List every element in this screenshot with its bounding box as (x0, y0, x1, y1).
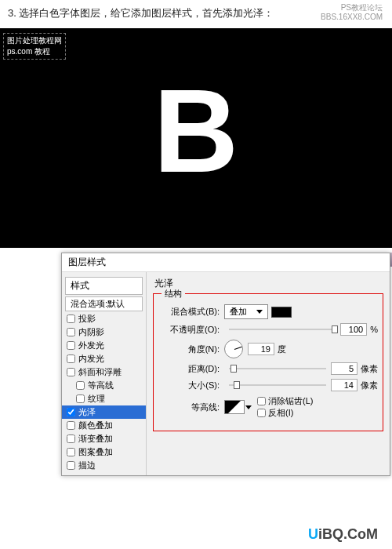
size-label: 大小(S): (158, 380, 220, 391)
satin-panel: 光泽 结构 混合模式(B): 叠加 不透明度(O): 10 (147, 272, 390, 475)
label-inner-shadow: 内阴影 (78, 326, 104, 338)
sidebar-item-texture[interactable]: 纹理 (62, 392, 146, 405)
panel-title: 光泽 (154, 277, 383, 290)
logo-u: U (308, 526, 318, 542)
sidebar-item-bevel[interactable]: 斜面和浮雕 (62, 365, 146, 379)
size-thumb[interactable] (234, 381, 240, 389)
angle-value[interactable]: 19 (248, 343, 274, 355)
angle-dial[interactable] (224, 340, 243, 358)
source-watermark-badge: 图片处理教程网 ps.com 教程 (3, 33, 66, 60)
label-gradient-overlay: 渐变叠加 (78, 433, 113, 445)
header-watermark: PS教程论坛 BBS.16XX8.COM (321, 3, 383, 22)
label-stroke: 描边 (78, 460, 96, 471)
checkbox-satin[interactable] (67, 408, 75, 416)
watermark-line2: BBS.16XX8.COM (321, 13, 383, 21)
structure-group: 结构 混合模式(B): 叠加 不透明度(O): 100 % (153, 293, 383, 431)
sidebar-header[interactable]: 样式 (65, 277, 143, 295)
distance-slider[interactable] (229, 368, 326, 369)
sidebar-item-inner-shadow[interactable]: 内阴影 (62, 325, 146, 339)
contour-picker[interactable] (224, 400, 245, 414)
invert-check-row[interactable]: 反相(I) (257, 407, 313, 419)
blend-mode-label: 混合模式(B): (158, 306, 220, 318)
group-legend: 结构 (162, 288, 185, 300)
distance-label: 距离(D): (158, 363, 220, 375)
sidebar-item-inner-glow[interactable]: 内发光 (62, 352, 146, 365)
label-outer-glow: 外发光 (78, 340, 104, 351)
angle-label: 角度(N): (158, 344, 220, 355)
opacity-unit: % (370, 325, 378, 334)
checkbox-contour[interactable] (76, 381, 85, 390)
label-drop-shadow: 投影 (78, 313, 96, 325)
chevron-down-icon (256, 310, 263, 314)
checkbox-inner-shadow[interactable] (67, 328, 75, 336)
checkbox-inner-glow[interactable] (67, 354, 75, 363)
sidebar-item-drop-shadow[interactable]: 投影 (62, 312, 146, 325)
sidebar-blend-options[interactable]: 混合选项:默认 (65, 296, 143, 311)
row-contour: 等高线: 消除锯齿(L) 反相(I) (158, 395, 378, 419)
checkbox-bevel[interactable] (67, 368, 75, 376)
distance-value[interactable]: 5 (331, 362, 358, 375)
watermark-line1: PS教程论坛 (341, 3, 383, 12)
size-slider[interactable] (229, 384, 326, 386)
size-value[interactable]: 14 (331, 379, 358, 391)
antialias-checkbox[interactable] (257, 397, 266, 405)
layer-style-dialog: 图层样式 样式 混合选项:默认 投影 内阴影 外发光 内发光 斜面和浮雕 等高线… (61, 253, 390, 476)
sidebar-item-stroke[interactable]: 描边 (62, 459, 146, 472)
label-satin: 光泽 (78, 406, 96, 418)
sidebar-item-gradient-overlay[interactable]: 渐变叠加 (62, 432, 146, 445)
row-angle: 角度(N): 19 度 (158, 340, 378, 358)
opacity-label: 不透明度(O): (158, 324, 220, 336)
logo-rest: iBQ.CoM (318, 526, 378, 542)
checkbox-stroke[interactable] (67, 461, 75, 470)
antialias-label: 消除锯齿(L) (268, 395, 313, 407)
angle-unit: 度 (278, 344, 286, 355)
label-bevel: 斜面和浮雕 (78, 366, 122, 378)
label-texture: 纹理 (88, 393, 105, 405)
effects-sidebar: 样式 混合选项:默认 投影 内阴影 外发光 内发光 斜面和浮雕 等高线 纹理 光… (62, 272, 147, 475)
label-pattern-overlay: 图案叠加 (78, 446, 113, 458)
sidebar-item-color-overlay[interactable]: 颜色叠加 (62, 419, 146, 432)
badge-line1: 图片处理教程网 (7, 35, 62, 46)
sidebar-item-satin[interactable]: 光泽 (62, 405, 146, 419)
label-inner-glow: 内发光 (78, 353, 104, 365)
photoshop-canvas: 图片处理教程网 ps.com 教程 B (0, 28, 392, 248)
row-distance: 距离(D): 5 像素 (158, 362, 378, 375)
invert-label: 反相(I) (268, 407, 293, 419)
color-swatch[interactable] (271, 307, 292, 318)
badge-line2: ps.com 教程 (7, 46, 62, 57)
sidebar-item-outer-glow[interactable]: 外发光 (62, 339, 146, 352)
checkbox-texture[interactable] (76, 394, 85, 403)
label-color-overlay: 颜色叠加 (78, 420, 113, 431)
checkbox-gradient-overlay[interactable] (67, 434, 75, 443)
checkbox-outer-glow[interactable] (67, 341, 75, 350)
checkbox-pattern-overlay[interactable] (67, 448, 75, 456)
contour-label: 等高线: (158, 402, 220, 413)
checkbox-color-overlay[interactable] (67, 421, 75, 430)
chevron-down-icon (245, 405, 252, 409)
opacity-slider[interactable] (229, 329, 336, 330)
row-blend-mode: 混合模式(B): 叠加 (158, 304, 378, 319)
distance-thumb[interactable] (230, 365, 237, 373)
blend-mode-value: 叠加 (230, 306, 247, 318)
canvas-letter: B (154, 64, 238, 199)
distance-unit: 像素 (361, 363, 378, 375)
checkbox-drop-shadow[interactable] (67, 314, 75, 323)
row-size: 大小(S): 14 像素 (158, 379, 378, 391)
label-contour: 等高线 (88, 380, 114, 391)
blend-mode-select[interactable]: 叠加 (224, 304, 268, 319)
sidebar-item-contour[interactable]: 等高线 (62, 379, 146, 392)
opacity-thumb[interactable] (332, 325, 338, 333)
dial-hand-icon (234, 347, 242, 350)
row-opacity: 不透明度(O): 100 % (158, 323, 378, 336)
sidebar-item-pattern-overlay[interactable]: 图案叠加 (62, 445, 146, 459)
antialias-check-row[interactable]: 消除锯齿(L) (257, 395, 313, 407)
dialog-title: 图层样式 (62, 253, 390, 272)
footer-watermark: UiBQ.CoM (308, 526, 378, 543)
size-unit: 像素 (361, 380, 378, 391)
invert-checkbox[interactable] (257, 409, 266, 417)
opacity-value[interactable]: 100 (340, 323, 367, 336)
